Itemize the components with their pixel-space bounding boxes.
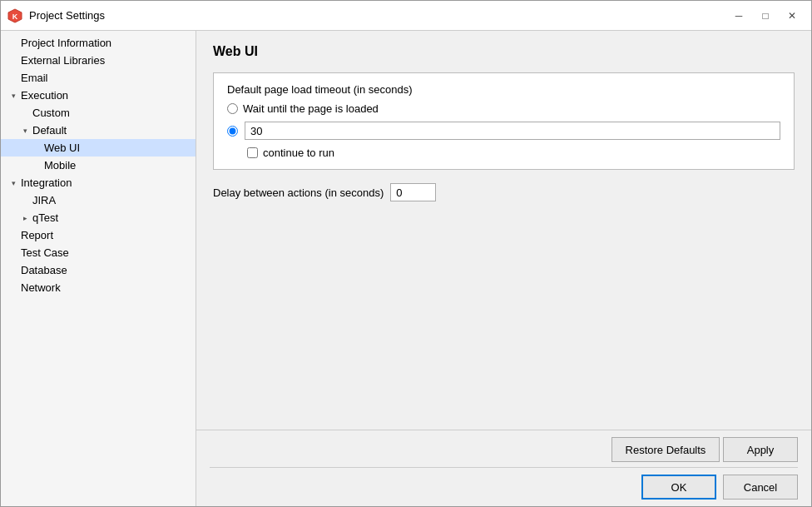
sidebar-label-web-ui: Web UI	[44, 142, 80, 154]
sidebar-label-execution: Execution	[21, 89, 68, 102]
expand-icon-default: ▾	[19, 125, 31, 137]
title-bar: K Project Settings ─ □ ✕	[1, 1, 811, 31]
sidebar-item-test-case[interactable]: Test Case	[1, 244, 196, 261]
sidebar-item-external-libraries[interactable]: External Libraries	[1, 52, 196, 69]
project-settings-window: K Project Settings ─ □ ✕ Project Informa…	[0, 0, 812, 507]
main-panel: Web UI Default page load timeout (in sec…	[196, 31, 811, 506]
main-content: Web UI Default page load timeout (in sec…	[196, 31, 811, 430]
expand-icon-execution: ▾	[7, 90, 19, 102]
sidebar-item-database[interactable]: Database	[1, 261, 196, 279]
maximize-button[interactable]: □	[753, 6, 778, 26]
sidebar-item-integration[interactable]: ▾Integration	[1, 174, 196, 191]
sidebar-label-qtest: qTest	[32, 211, 58, 224]
delay-input[interactable]	[390, 183, 436, 201]
sidebar-label-test-case: Test Case	[21, 246, 69, 259]
restore-row: Restore Defaults Apply	[210, 437, 798, 462]
sidebar-item-default[interactable]: ▾Default	[1, 122, 196, 139]
sidebar-label-report: Report	[21, 229, 53, 241]
delay-label: Delay between actions (in seconds)	[213, 186, 384, 199]
page-load-timeout-section: Default page load timeout (in seconds) W…	[213, 72, 795, 170]
content-area: Project InformationExternal LibrariesEma…	[1, 31, 811, 506]
sidebar-label-external-libraries: External Libraries	[21, 54, 105, 67]
sidebar-item-execution[interactable]: ▾Execution	[1, 87, 196, 104]
sidebar-label-mobile: Mobile	[44, 159, 76, 171]
sidebar-item-report[interactable]: Report	[1, 226, 196, 244]
panel-title: Web UI	[213, 44, 795, 59]
sidebar-item-custom[interactable]: Custom	[1, 104, 196, 122]
wait-radio-row: Wait until the page is loaded	[227, 102, 780, 115]
sidebar-item-qtest[interactable]: ▸qTest	[1, 209, 196, 226]
expand-icon-qtest: ▸	[19, 212, 31, 224]
bottom-bar: Restore Defaults Apply OK Cancel	[196, 430, 811, 506]
restore-defaults-button[interactable]: Restore Defaults	[611, 437, 720, 462]
window-title: Project Settings	[29, 9, 105, 22]
sidebar-label-jira: JIRA	[32, 194, 56, 206]
ok-button[interactable]: OK	[641, 475, 716, 500]
continue-label[interactable]: continue to run	[263, 147, 334, 159]
sidebar-item-jira[interactable]: JIRA	[1, 191, 196, 209]
title-bar-left: K Project Settings	[7, 8, 105, 23]
close-button[interactable]: ✕	[780, 6, 805, 26]
sidebar-item-web-ui[interactable]: Web UI	[1, 139, 196, 157]
sidebar-label-project-information: Project Information	[21, 37, 111, 49]
window-controls: ─ □ ✕	[726, 6, 805, 26]
sidebar-item-mobile[interactable]: Mobile	[1, 157, 196, 174]
wait-radio[interactable]	[227, 103, 238, 114]
ok-cancel-row: OK Cancel	[210, 467, 798, 500]
sidebar-label-integration: Integration	[21, 176, 72, 189]
sidebar-label-default: Default	[32, 124, 67, 137]
sidebar-item-network[interactable]: Network	[1, 279, 196, 296]
sidebar-label-network: Network	[21, 281, 61, 294]
expand-icon-integration: ▾	[7, 177, 19, 189]
app-icon: K	[7, 8, 22, 23]
sidebar-label-email: Email	[21, 72, 48, 84]
minimize-button[interactable]: ─	[726, 6, 751, 26]
sidebar-item-email[interactable]: Email	[1, 69, 196, 87]
sidebar-item-project-information[interactable]: Project Information	[1, 34, 196, 52]
svg-text:K: K	[12, 12, 18, 21]
timeout-value-input[interactable]	[245, 122, 780, 140]
wait-radio-label[interactable]: Wait until the page is loaded	[243, 102, 379, 115]
sidebar: Project InformationExternal LibrariesEma…	[1, 31, 196, 506]
timeout-radio-row	[227, 122, 780, 140]
cancel-button[interactable]: Cancel	[723, 475, 798, 500]
sidebar-label-database: Database	[21, 264, 67, 276]
sidebar-label-custom: Custom	[32, 107, 70, 119]
section-label: Default page load timeout (in seconds)	[227, 83, 780, 96]
apply-button[interactable]: Apply	[723, 437, 798, 462]
continue-checkbox-row: continue to run	[247, 147, 780, 159]
continue-checkbox[interactable]	[247, 147, 258, 158]
timeout-radio[interactable]	[227, 126, 238, 137]
delay-row: Delay between actions (in seconds)	[213, 183, 795, 201]
